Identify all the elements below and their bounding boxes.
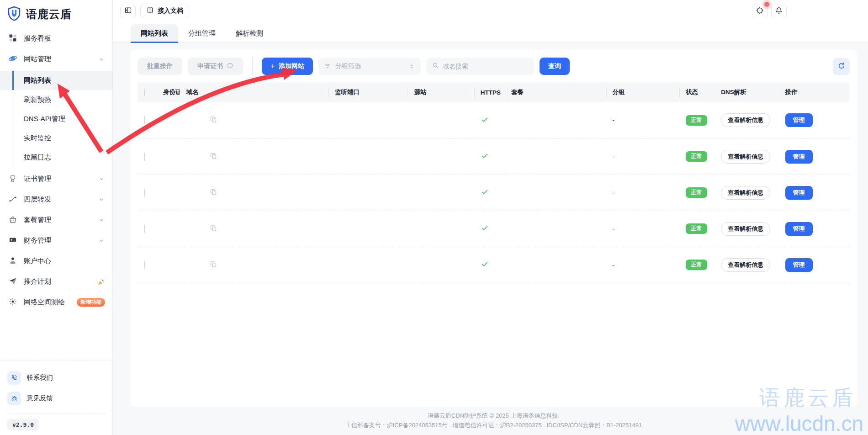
group-value: -	[613, 153, 615, 160]
sidebar-item-finance-mgmt[interactable]: 财务管理	[0, 230, 112, 251]
sidebar-item-label: 四层转发	[24, 195, 51, 204]
sidebar-item-refresh-preheat[interactable]: 刷新预热	[0, 90, 112, 109]
sidebar-item-site-list[interactable]: 网站列表	[0, 71, 112, 90]
brand-name: 语鹿云盾	[26, 7, 72, 21]
copy-icon[interactable]	[210, 152, 217, 160]
col-https: HTTPS	[474, 82, 505, 102]
sidebar-item-referral-plan[interactable]: 推介计划	[0, 271, 112, 292]
view-dns-info-button[interactable]: 查看解析信息	[721, 186, 770, 200]
table-row: - 正常 查看解析信息 管理	[138, 102, 850, 138]
dashboard-icon	[8, 33, 17, 44]
sidebar-footer: 联系我们 意见反馈 v2.9.0	[0, 361, 112, 435]
manage-button[interactable]: 管理	[785, 258, 813, 272]
tab-site-list[interactable]: 网站列表	[131, 24, 178, 42]
sidebar-item-account-center[interactable]: 账户中心	[0, 251, 112, 271]
domain-search-input[interactable]	[443, 63, 529, 70]
sidebar-item-realtime-monitor[interactable]: 实时监控	[0, 128, 112, 148]
row-checkbox[interactable]	[144, 225, 145, 233]
site-mgmt-submenu: 网站列表 刷新预热 DNS-API管理 实时监控 拉黑日志	[0, 71, 112, 167]
contact-us-label: 联系我们	[26, 373, 53, 382]
group-filter-placeholder: 分组筛选	[335, 62, 361, 70]
sidebar-nav: 服务看板 网站管理 网站列表 刷新预热 DNS-API管理 实时监控 拉黑日志 …	[0, 28, 112, 313]
sidebar-item-l4-forward[interactable]: 四层转发	[0, 189, 112, 210]
forward-icon	[8, 194, 17, 205]
cell-id-card	[157, 102, 180, 138]
chevron-down-icon	[98, 196, 105, 203]
tab-dns-check[interactable]: 解析检测	[226, 24, 273, 42]
sidebar-item-label: 财务管理	[24, 236, 51, 245]
https-check-icon	[481, 262, 489, 270]
status-badge: 正常	[686, 187, 707, 198]
feedback-link[interactable]: 意见反馈	[7, 388, 105, 408]
sidebar-item-cyberspace-mapping[interactable]: 网络空间测绘 新增功能	[0, 292, 112, 313]
footer-line-2: 工信部备案号：沪ICP备2024053515号 . 增值电信许可证：沪B2-20…	[130, 420, 857, 430]
query-button[interactable]: 查询	[540, 58, 570, 75]
cell-dns: 查看解析信息	[715, 175, 778, 211]
cell-https	[474, 211, 505, 247]
cell-https	[474, 175, 505, 211]
col-status: 状态	[679, 82, 715, 102]
add-site-button[interactable]: + 添加网站	[262, 58, 313, 75]
sidebar-item-plan-mgmt[interactable]: 套餐管理	[0, 210, 112, 230]
cell-dns: 查看解析信息	[715, 247, 778, 283]
sidebar-item-label: 网站管理	[24, 55, 51, 64]
row-checkbox[interactable]	[144, 261, 145, 269]
brand-logo: 语鹿云盾	[0, 0, 112, 28]
col-listen-port: 监听端口	[328, 82, 408, 102]
batch-actions-button[interactable]: 批量操作	[138, 58, 182, 75]
col-actions: 操作	[779, 82, 850, 102]
copy-icon[interactable]	[210, 188, 217, 196]
select-all-checkbox[interactable]	[144, 89, 145, 96]
copy-icon[interactable]	[210, 260, 217, 268]
cell-plan	[505, 102, 606, 138]
row-checkbox[interactable]	[144, 189, 145, 197]
select-arrows-icon	[408, 63, 415, 70]
group-filter-select[interactable]: 分组筛选	[318, 58, 421, 75]
sidebar-item-label: 服务看板	[24, 34, 51, 43]
manage-button[interactable]: 管理	[785, 186, 813, 200]
sidebar-item-blacklist-log[interactable]: 拉黑日志	[0, 148, 112, 167]
manage-button[interactable]: 管理	[785, 150, 813, 164]
contact-us-link[interactable]: 联系我们	[7, 367, 105, 388]
topbar: 接入文档	[113, 0, 868, 22]
cell-id-card	[157, 247, 180, 283]
sidebar-item-dns-api[interactable]: DNS-API管理	[0, 109, 112, 128]
apply-cert-button[interactable]: 申请证书	[188, 58, 243, 75]
sidebar-item-site-mgmt[interactable]: 网站管理	[0, 49, 112, 69]
tab-group-mgmt[interactable]: 分组管理	[178, 24, 226, 42]
scan-target-button[interactable]	[752, 4, 767, 18]
book-icon	[146, 6, 154, 16]
manage-button[interactable]: 管理	[785, 222, 813, 236]
cell-actions: 管理	[779, 211, 850, 247]
crosshair-icon	[756, 6, 764, 16]
toolbar: 批量操作 申请证书 + 添加网站 分组筛选	[138, 58, 850, 75]
view-dns-info-button[interactable]: 查看解析信息	[721, 222, 770, 236]
https-check-icon	[481, 226, 489, 233]
view-dns-info-button[interactable]: 查看解析信息	[721, 258, 770, 272]
manage-button[interactable]: 管理	[785, 113, 813, 127]
cell-listen-port	[328, 138, 408, 175]
cell-group: -	[606, 138, 679, 175]
header-select-all	[138, 82, 157, 102]
collapse-sidebar-button[interactable]	[120, 4, 136, 18]
bell-icon	[775, 6, 783, 16]
col-id-card: 身份证	[157, 82, 180, 102]
cell-listen-port	[328, 211, 408, 247]
copy-icon[interactable]	[210, 224, 217, 232]
cell-actions: 管理	[779, 175, 850, 211]
row-checkbox[interactable]	[144, 116, 145, 124]
sidebar-item-dashboard[interactable]: 服务看板	[0, 28, 112, 49]
user-icon	[8, 256, 17, 266]
view-dns-info-button[interactable]: 查看解析信息	[721, 113, 770, 127]
copy-icon[interactable]	[210, 116, 217, 123]
row-checkbox[interactable]	[144, 153, 145, 161]
search-icon	[432, 62, 439, 71]
notifications-button[interactable]	[771, 4, 787, 18]
docs-button[interactable]: 接入文档	[140, 4, 189, 18]
cell-domain	[180, 247, 328, 283]
sidebar-item-cert-mgmt[interactable]: 证书管理	[0, 169, 112, 189]
refresh-button[interactable]	[833, 58, 850, 75]
content-area: 批量操作 申请证书 + 添加网站 分组筛选	[113, 43, 868, 435]
status-badge: 正常	[686, 115, 707, 126]
view-dns-info-button[interactable]: 查看解析信息	[721, 150, 770, 164]
